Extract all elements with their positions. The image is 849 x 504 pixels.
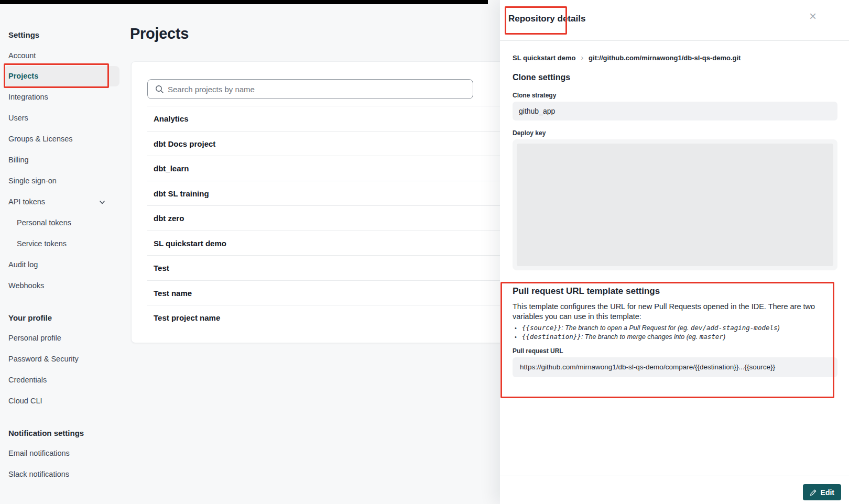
breadcrumb-separator-icon: › bbox=[581, 53, 583, 62]
variable-destination-close: ) bbox=[723, 333, 725, 341]
variable-destination-description: : The branch to merge changes into (eg. bbox=[581, 333, 700, 341]
panel-footer-divider bbox=[500, 476, 849, 476]
chevron-down-icon[interactable] bbox=[99, 198, 106, 205]
sidebar-item-api-tokens[interactable]: API tokens bbox=[8, 196, 113, 207]
sidebar-item-users[interactable]: Users bbox=[8, 113, 28, 123]
sidebar-item-service-tokens[interactable]: Service tokens bbox=[17, 238, 67, 249]
edit-button[interactable]: Edit bbox=[803, 484, 841, 500]
sidebar-settings-heading: Settings bbox=[8, 30, 39, 40]
deploy-key-field[interactable] bbox=[513, 139, 837, 270]
sidebar-item-slack-notifications[interactable]: Slack notifications bbox=[8, 469, 69, 479]
variable-destination-example: master bbox=[700, 333, 723, 341]
variable-source: {{source}} bbox=[522, 324, 561, 332]
variable-source-close: ) bbox=[778, 324, 780, 332]
sidebar-item-account[interactable]: Account bbox=[8, 50, 36, 61]
sidebar-item-personal-tokens[interactable]: Personal tokens bbox=[17, 217, 71, 228]
sidebar-item-single-sign-on[interactable]: Single sign-on bbox=[8, 176, 57, 186]
pull-request-settings-heading: Pull request URL template settings bbox=[513, 286, 660, 297]
breadcrumb-repo-url: git://github.com/mirnawong1/db-sl-qs-dem… bbox=[589, 54, 741, 62]
variable-source-example: dev/add-staging-models bbox=[691, 324, 778, 332]
sidebar-notifications-heading: Notification settings bbox=[8, 428, 84, 439]
sidebar-profile-heading: Your profile bbox=[8, 313, 52, 323]
sidebar-item-billing[interactable]: Billing bbox=[8, 155, 29, 165]
breadcrumb-project[interactable]: SL quickstart demo bbox=[513, 54, 575, 62]
edit-button-label: Edit bbox=[821, 488, 834, 497]
panel-title: Repository details bbox=[508, 14, 585, 24]
sidebar-item-projects-label: Projects bbox=[8, 66, 38, 86]
sidebar-item-webhooks[interactable]: Webhooks bbox=[8, 280, 44, 291]
clone-strategy-field[interactable]: github_app bbox=[513, 102, 837, 120]
sidebar-item-integrations[interactable]: Integrations bbox=[8, 92, 48, 102]
clone-settings-heading: Clone settings bbox=[513, 73, 570, 82]
variable-source-description: : The branch to open a Pull Request for … bbox=[561, 324, 691, 332]
variable-destination: {{destination}} bbox=[522, 333, 581, 341]
pull-request-url-label: Pull request URL bbox=[513, 347, 563, 355]
sidebar-item-cloud-cli[interactable]: Cloud CLI bbox=[8, 396, 42, 406]
sidebar-item-credentials[interactable]: Credentials bbox=[8, 375, 47, 385]
sidebar-item-password-security[interactable]: Password & Security bbox=[8, 354, 79, 364]
list-item: •{{source}}: The branch to open a Pull R… bbox=[515, 324, 780, 333]
pencil-icon bbox=[810, 489, 817, 496]
bullet-icon: • bbox=[515, 324, 522, 333]
page-title: Projects bbox=[130, 25, 189, 42]
deploy-key-redacted-value bbox=[517, 144, 833, 266]
search-box bbox=[147, 79, 473, 99]
sidebar-item-groups-licenses[interactable]: Groups & Licenses bbox=[8, 134, 73, 144]
list-item: •{{destination}}: The branch to merge ch… bbox=[515, 333, 780, 342]
search-icon bbox=[155, 85, 164, 94]
sidebar-item-personal-profile[interactable]: Personal profile bbox=[8, 333, 61, 343]
sidebar-item-audit-log[interactable]: Audit log bbox=[8, 259, 38, 270]
breadcrumb: SL quickstart demo›git://github.com/mirn… bbox=[513, 53, 741, 62]
pull-request-description: This template configures the URL for new… bbox=[513, 302, 827, 322]
top-edge-strip bbox=[0, 0, 488, 4]
panel-header-divider bbox=[500, 40, 849, 41]
sidebar-item-projects[interactable]: Projects bbox=[4, 66, 119, 86]
repository-details-panel: Repository details × SL quickstart demo›… bbox=[500, 0, 849, 504]
pull-request-url-field[interactable]: https://github.com/mirnawong1/db-sl-qs-d… bbox=[513, 357, 837, 377]
sidebar-item-email-notifications[interactable]: Email notifications bbox=[8, 448, 70, 458]
pull-request-variable-list: •{{source}}: The branch to open a Pull R… bbox=[515, 324, 780, 341]
settings-sidebar: Settings Account Projects Integrations U… bbox=[0, 0, 126, 504]
search-input[interactable] bbox=[168, 80, 466, 98]
clone-strategy-label: Clone strategy bbox=[513, 92, 556, 99]
close-icon[interactable]: × bbox=[806, 9, 820, 23]
deploy-key-label: Deploy key bbox=[513, 129, 546, 137]
bullet-icon: • bbox=[515, 333, 522, 342]
sidebar-item-api-tokens-label: API tokens bbox=[8, 198, 45, 206]
